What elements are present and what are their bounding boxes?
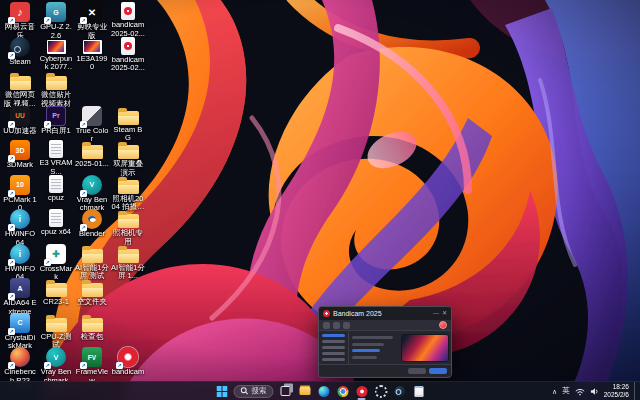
- link-line[interactable]: [352, 349, 380, 352]
- desktop-icon[interactable]: 微信贴片 视频素材: [39, 71, 73, 108]
- footer-button[interactable]: [408, 368, 426, 374]
- window-titlebar[interactable]: Bandicam 2025 — ✕: [319, 307, 451, 320]
- vray-icon: V↗: [82, 175, 102, 195]
- desktop-icon[interactable]: V↗Vray Benchmark: [75, 175, 109, 213]
- desktop-icon[interactable]: 3D↗3DMark: [3, 140, 37, 170]
- tray-overflow-chevron-icon[interactable]: ∧: [552, 388, 557, 395]
- frameview-icon: FV↗: [82, 347, 102, 367]
- desktop-screen: ♪↗网易云音乐↗Steam微信网页版 视频演示UU↗UU加速器3D↗3DMark…: [0, 0, 640, 400]
- desktop-icon[interactable]: i↗HWiNFO64: [3, 209, 37, 247]
- desktop-icon[interactable]: G↗GPU-Z 2.2.6: [39, 2, 73, 40]
- desktop-icon[interactable]: i↗HWiNFO64: [3, 244, 37, 282]
- ime-language-indicator[interactable]: 英: [562, 386, 570, 396]
- desktop-icon[interactable]: ✚↗CrossMark: [39, 244, 73, 282]
- desktop-icon[interactable]: UU↗UU加速器: [3, 106, 37, 136]
- desktop-icon[interactable]: A↗AIDA64 Extreme: [3, 278, 37, 316]
- desktop-icon-label: Cyberpunk 2077 (C) 2...: [39, 55, 73, 72]
- sidebar-menu-item[interactable]: [322, 346, 345, 349]
- close-button[interactable]: ✕: [442, 307, 447, 320]
- shortcut-arrow-icon: ↗: [8, 362, 15, 369]
- game-record-mode-icon[interactable]: [333, 322, 340, 329]
- desktop-icon[interactable]: 检查包: [75, 313, 109, 342]
- desktop-icon[interactable]: 双屏重叠 演示: [111, 140, 145, 177]
- desktop-icon[interactable]: AI智能1分屏 测试: [75, 244, 109, 281]
- desktop-icon[interactable]: cpuz x64: [39, 209, 73, 237]
- sidebar-menu-item[interactable]: [322, 334, 345, 337]
- shortcut-arrow-icon: ↗: [8, 155, 15, 162]
- desktop-icon[interactable]: V↗Vray Benchmark: [39, 347, 73, 385]
- screen-record-mode-icon[interactable]: [323, 322, 330, 329]
- folder-icon: [46, 318, 67, 332]
- wifi-icon[interactable]: [575, 382, 585, 400]
- desktop-icon[interactable]: Pr↗PR白屏1: [39, 106, 73, 136]
- record-button[interactable]: [439, 321, 447, 329]
- chrome-taskbar-button[interactable]: [335, 383, 351, 399]
- desktop-icon[interactable]: ↗True Color: [75, 106, 109, 144]
- icon-glyph: ✚: [52, 249, 60, 259]
- search-box[interactable]: 搜索: [234, 385, 274, 398]
- folder-icon: [118, 111, 139, 125]
- desktop-icon[interactable]: E3 VRAMS...: [39, 140, 73, 176]
- minimize-button[interactable]: —: [433, 307, 439, 320]
- show-desktop-button[interactable]: [634, 382, 637, 400]
- shortcut-arrow-icon: ↗: [8, 17, 15, 24]
- desktop-icon[interactable]: ↗Steam: [3, 37, 37, 67]
- bandifile-icon: [121, 37, 135, 55]
- cdm-icon: C↗: [10, 313, 30, 333]
- uu-icon: UU↗: [10, 106, 30, 126]
- desktop-icon[interactable]: 照相机专用: [111, 209, 145, 246]
- desktop-icon[interactable]: Steam BG: [111, 106, 145, 143]
- desktop-icon-label: 空文件夹: [75, 298, 109, 307]
- doc-icon: [49, 175, 63, 193]
- desktop-icon[interactable]: 10↗PCMark 10: [3, 175, 37, 213]
- desktop-icon[interactable]: ↗Blender: [75, 209, 109, 239]
- desktop-icon[interactable]: ♪↗网易云音乐: [3, 2, 37, 40]
- icon-glyph: ✕: [88, 7, 96, 18]
- desktop-icon[interactable]: 微信网页版 视频演示: [3, 71, 37, 108]
- desktop-icon[interactable]: CR23-1: [39, 278, 73, 307]
- notepad-taskbar-button[interactable]: [411, 383, 427, 399]
- icon-glyph: V: [54, 354, 59, 361]
- desktop-icon[interactable]: cpuz: [39, 175, 73, 203]
- device-record-mode-icon[interactable]: [343, 322, 350, 329]
- image-icon: [83, 40, 102, 54]
- volume-icon[interactable]: [590, 382, 599, 400]
- taskbar: 搜索 ∧ 英 18:26 2025/2/6: [0, 381, 640, 400]
- explorer-taskbar-button[interactable]: [297, 383, 313, 399]
- desktop-icon[interactable]: FV↗FrameView: [75, 347, 109, 385]
- edge-taskbar-button[interactable]: [316, 383, 332, 399]
- bandicam-taskbar-button[interactable]: [354, 383, 370, 399]
- desktop-icon[interactable]: ↗bandicam: [111, 347, 145, 377]
- bandicam-window[interactable]: Bandicam 2025 — ✕: [318, 306, 452, 378]
- sidebar-menu-item[interactable]: [322, 352, 345, 355]
- desktop-icon-label: Blender: [75, 230, 109, 239]
- preview-thumbnail: [402, 335, 448, 361]
- desktop-icon[interactable]: CPU-Z测试: [39, 313, 73, 350]
- shortcut-arrow-icon: ↗: [8, 328, 15, 335]
- desktop-icon[interactable]: ✕↗剪映专业版: [75, 2, 109, 40]
- desktop-icon[interactable]: C↗CrystalDiskMark: [3, 313, 37, 351]
- desktop-icon[interactable]: 2025-01...: [75, 140, 109, 169]
- shortcut-arrow-icon: ↗: [80, 224, 87, 231]
- clock[interactable]: 18:26 2025/2/6: [604, 383, 629, 399]
- steam-taskbar-button[interactable]: [392, 383, 408, 399]
- shortcut-arrow-icon: ↗: [8, 293, 15, 300]
- desktop-icon[interactable]: bandicam 2025-02...: [111, 37, 145, 73]
- desktop-icon-label: 3DMark: [3, 161, 37, 170]
- footer-primary-button[interactable]: [429, 368, 447, 374]
- start-button[interactable]: [214, 383, 230, 399]
- sidebar-menu-item[interactable]: [322, 358, 345, 361]
- desktop-icon-label: bandicam: [111, 368, 145, 377]
- desktop-icon[interactable]: 1E3A1990: [75, 37, 109, 72]
- sidebar-menu-item[interactable]: [322, 340, 345, 343]
- window-content: [349, 331, 451, 364]
- desktop-icon[interactable]: 照相机2004 拍摄专用: [111, 175, 145, 212]
- desktop-icon[interactable]: Cyberpunk 2077 (C) 2...: [39, 37, 73, 72]
- settings-taskbar-button[interactable]: [373, 383, 389, 399]
- desktop-icon[interactable]: bandicam 2025-02...: [111, 2, 145, 38]
- taskview-taskbar-button[interactable]: [278, 383, 294, 399]
- desktop-icon[interactable]: AI智能1分屏 1...: [111, 244, 145, 281]
- desktop-icon[interactable]: 空文件夹: [75, 278, 109, 307]
- desktop-icon[interactable]: ↗Cinebench R23: [3, 347, 37, 385]
- shortcut-arrow-icon: ↗: [80, 362, 87, 369]
